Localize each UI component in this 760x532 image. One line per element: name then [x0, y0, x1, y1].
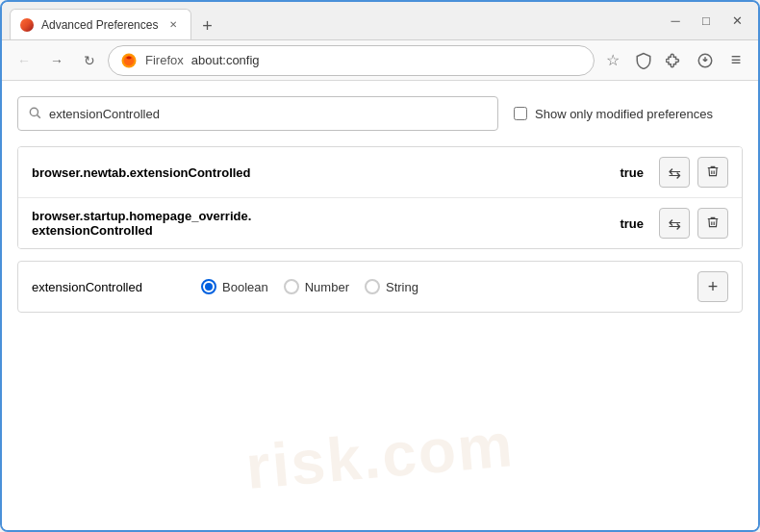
new-pref-row: extensionControlled Boolean Number Strin…: [17, 261, 743, 313]
radio-string-circle: [365, 279, 380, 294]
tab-label: Advanced Preferences: [41, 18, 158, 32]
search-icon: [28, 106, 41, 122]
browser-window: Advanced Preferences ✕ + ─ □ ✕ ← → ↻ Fir…: [0, 0, 760, 532]
new-tab-button[interactable]: +: [193, 13, 220, 39]
url-text: about:config: [191, 53, 582, 67]
svg-line-4: [38, 114, 40, 117]
close-button[interactable]: ✕: [723, 8, 750, 35]
radio-number-circle: [284, 279, 299, 294]
delete-icon: [706, 215, 720, 232]
row-1-actions: ⇄: [659, 157, 728, 188]
title-bar: Advanced Preferences ✕ + ─ □ ✕: [2, 2, 758, 40]
radio-boolean[interactable]: Boolean: [201, 279, 268, 294]
nav-icons: ☆ ≡: [598, 46, 750, 75]
svg-point-3: [30, 108, 38, 115]
back-button[interactable]: ←: [10, 46, 38, 75]
pref-value-2: true: [620, 216, 644, 231]
new-pref-name: extensionControlled: [32, 280, 186, 294]
radio-string[interactable]: String: [365, 279, 418, 294]
download-button[interactable]: [691, 46, 720, 75]
minimize-button[interactable]: ─: [662, 8, 689, 35]
radio-number[interactable]: Number: [284, 279, 349, 294]
table-row: browser.newtab.extensionControlled true …: [18, 147, 742, 198]
bookmark-button[interactable]: ☆: [598, 46, 627, 75]
radio-boolean-circle: [201, 279, 216, 294]
results-table: browser.newtab.extensionControlled true …: [17, 146, 743, 249]
download-icon: [697, 52, 714, 69]
puzzle-icon: [666, 52, 683, 69]
pref-name-2: browser.startup.homepage_override. exten…: [32, 209, 620, 238]
tab-close-button[interactable]: ✕: [165, 17, 181, 33]
shield-button[interactable]: [629, 46, 658, 75]
search-input[interactable]: [49, 107, 488, 121]
firefox-logo-icon: [120, 52, 138, 69]
radio-boolean-label: Boolean: [222, 280, 268, 294]
delete-icon: [706, 165, 720, 181]
menu-button[interactable]: ≡: [722, 46, 750, 75]
reload-button[interactable]: ↻: [75, 46, 104, 75]
forward-button[interactable]: →: [42, 46, 71, 75]
reset-icon: ⇄: [669, 215, 681, 233]
radio-group: Boolean Number String: [201, 279, 682, 294]
show-modified-label[interactable]: Show only modified preferences: [514, 107, 713, 121]
delete-button-1[interactable]: [697, 157, 728, 188]
add-pref-button[interactable]: +: [697, 271, 728, 302]
reset-button-1[interactable]: ⇄: [659, 157, 690, 188]
pref-value-1: true: [620, 165, 644, 180]
show-modified-checkbox[interactable]: [514, 107, 527, 120]
tab-area: Advanced Preferences ✕ +: [10, 2, 650, 39]
radio-string-label: String: [386, 280, 418, 294]
active-tab[interactable]: Advanced Preferences ✕: [10, 9, 191, 39]
shield-icon: [635, 52, 652, 69]
maximize-button[interactable]: □: [693, 8, 720, 35]
reset-icon: ⇄: [669, 164, 681, 182]
window-controls: ─ □ ✕: [662, 8, 750, 35]
main-content: Show only modified preferences browser.n…: [2, 81, 758, 530]
watermark-1: risk.com: [2, 388, 758, 524]
row-2-actions: ⇄: [659, 208, 728, 239]
show-modified-text: Show only modified preferences: [535, 107, 713, 121]
extension-button[interactable]: [660, 46, 689, 75]
tab-favicon: [20, 18, 34, 32]
reset-button-2[interactable]: ⇄: [659, 208, 690, 239]
search-bar-wrapper: Show only modified preferences: [17, 96, 743, 131]
nav-bar: ← → ↻ Firefox about:config ☆: [2, 40, 758, 81]
address-bar[interactable]: Firefox about:config: [108, 45, 595, 76]
radio-number-label: Number: [305, 280, 349, 294]
delete-button-2[interactable]: [697, 208, 728, 239]
search-bar[interactable]: [17, 96, 498, 131]
table-row: browser.startup.homepage_override. exten…: [18, 198, 742, 248]
pref-name-1: browser.newtab.extensionControlled: [32, 165, 620, 180]
firefox-label: Firefox: [145, 53, 184, 67]
